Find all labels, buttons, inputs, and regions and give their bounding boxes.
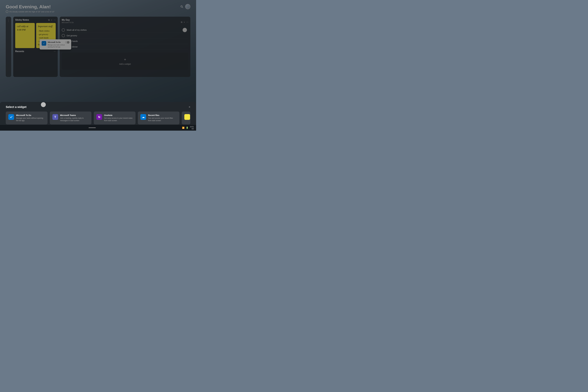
- teams-option-content: Microsoft Teams Join a meeting, quickly …: [60, 114, 89, 122]
- onenote-option-icon: N: [96, 114, 102, 120]
- selector-close-btn[interactable]: ×: [189, 105, 190, 109]
- taskbar: 📶 🔋 19:51 9/3: [0, 125, 196, 130]
- onenote-option-desc: Get easy access to your recent notes fro…: [104, 117, 133, 122]
- widget-option-teams[interactable]: T Microsoft Teams Join a meeting, quickl…: [50, 112, 92, 124]
- widget-option-recent[interactable]: ☁ Recent files See and access your recen…: [138, 112, 180, 124]
- taskbar-right: 📶 🔋 19:51 9/3: [182, 126, 194, 130]
- recent-option-icon: ☁: [140, 114, 146, 120]
- widget-option-onenote[interactable]: N OneNote Get easy access to your recent…: [94, 112, 136, 124]
- onenote-option-content: OneNote Get easy access to your recent n…: [104, 114, 133, 122]
- selector-header: Select a widget ×: [6, 105, 190, 109]
- recent-option-desc: See and access your recent files from st…: [148, 117, 177, 122]
- teams-option-title: Microsoft Teams: [60, 114, 89, 116]
- taskbar-clock: 19:51: [190, 126, 194, 128]
- wifi-icon: 📶: [182, 126, 184, 129]
- widget-options: Microsoft To Do Manage your tasks withou…: [6, 112, 190, 124]
- taskbar-pill: [88, 128, 96, 128]
- battery-icon: 🔋: [186, 126, 188, 129]
- teams-option-desc: Join a meeting, quickly reply to message…: [60, 117, 89, 122]
- taskbar-time: 19:51 9/3: [190, 126, 194, 130]
- recent-option-content: Recent files See and access your recent …: [148, 114, 177, 122]
- widget-option-extra[interactable]: [182, 112, 190, 124]
- taskbar-date: 9/3: [190, 128, 194, 130]
- todo-option-icon: [8, 114, 14, 120]
- widget-option-todo[interactable]: Microsoft To Do Manage your tasks withou…: [6, 112, 48, 124]
- drag-blob: [41, 102, 46, 107]
- selector-title: Select a widget: [6, 105, 26, 109]
- todo-option-title: Microsoft To Do: [16, 114, 45, 116]
- recent-option-title: Recent files: [148, 114, 177, 116]
- extra-option-icon: [184, 114, 190, 120]
- onenote-option-title: OneNote: [104, 114, 133, 116]
- taskbar-center: [2, 128, 182, 128]
- todo-option-content: Microsoft To Do Manage your tasks withou…: [16, 114, 45, 122]
- todo-option-desc: Manage your tasks without opening the fu…: [16, 117, 45, 122]
- teams-option-icon: T: [52, 114, 58, 120]
